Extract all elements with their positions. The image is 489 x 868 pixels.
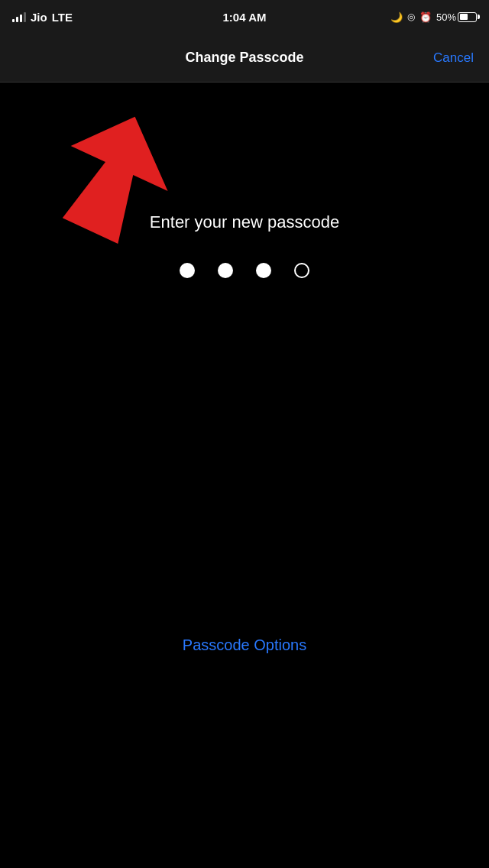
passcode-dot-3: [256, 263, 271, 278]
passcode-dots: [180, 263, 309, 278]
carrier-label: Jio: [31, 11, 47, 24]
battery-fill: [460, 14, 468, 20]
main-content: Enter your new passcode Passcode Options: [0, 83, 489, 868]
status-right: 🌙 ◎ ⏰ 50%: [390, 11, 477, 23]
network-label: LTE: [52, 11, 73, 24]
passcode-options-button[interactable]: Passcode Options: [183, 636, 306, 654]
moon-icon: 🌙: [390, 11, 403, 23]
passcode-dot-4: [294, 263, 309, 278]
battery-icon: [458, 12, 477, 22]
passcode-dot-1: [180, 263, 195, 278]
svg-marker-0: [46, 113, 190, 251]
status-left: Jio LTE: [12, 11, 73, 24]
status-time: 1:04 AM: [223, 11, 267, 24]
signal-bar-1: [12, 19, 15, 22]
battery-container: 50%: [436, 11, 477, 23]
battery-percent: 50%: [436, 11, 456, 23]
alarm-icon: ⏰: [419, 11, 432, 23]
arrow-container: [46, 113, 214, 251]
signal-bar-3: [20, 15, 22, 22]
nav-title: Change Passcode: [185, 50, 303, 66]
status-bar: Jio LTE 1:04 AM 🌙 ◎ ⏰ 50%: [0, 0, 489, 34]
red-arrow-icon: [46, 113, 214, 251]
signal-bar-2: [16, 17, 18, 22]
signal-bars: [12, 11, 26, 22]
nav-bar: Change Passcode Cancel: [0, 34, 489, 83]
location-icon: ◎: [407, 11, 415, 22]
passcode-dot-2: [218, 263, 233, 278]
cancel-button[interactable]: Cancel: [433, 50, 474, 66]
signal-bar-4: [24, 12, 26, 22]
